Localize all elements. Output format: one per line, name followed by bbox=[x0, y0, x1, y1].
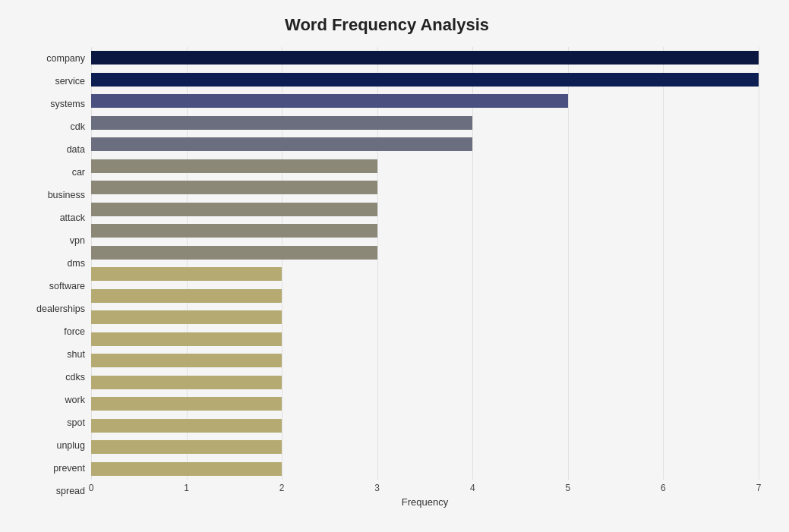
bar bbox=[91, 51, 759, 65]
y-label: systems bbox=[50, 99, 85, 109]
bar-row bbox=[91, 136, 759, 153]
bar-row bbox=[91, 417, 759, 434]
y-axis: companyservicesystemscdkdatacarbusinessa… bbox=[15, 47, 91, 502]
bar-row bbox=[91, 179, 759, 196]
bar-row bbox=[91, 395, 759, 412]
x-tick: 2 bbox=[279, 483, 285, 493]
bar-row bbox=[91, 71, 759, 88]
bar-row bbox=[91, 49, 759, 66]
chart-title: Word Frequency Analysis bbox=[15, 15, 759, 35]
y-label: cdk bbox=[71, 122, 85, 132]
y-label: force bbox=[64, 327, 85, 337]
bar bbox=[91, 289, 282, 303]
bar-row bbox=[91, 352, 759, 369]
bar-row bbox=[91, 115, 759, 131]
y-label: vpn bbox=[70, 236, 85, 246]
bar bbox=[91, 94, 568, 108]
x-tick: 4 bbox=[470, 483, 475, 493]
y-label: business bbox=[48, 190, 85, 200]
bar bbox=[91, 246, 377, 260]
bar-row bbox=[91, 309, 759, 326]
y-label: work bbox=[65, 395, 85, 405]
x-tick: 5 bbox=[566, 483, 571, 493]
x-tick: 3 bbox=[374, 483, 380, 493]
bar-row bbox=[91, 158, 759, 175]
bar bbox=[91, 376, 282, 389]
bar bbox=[91, 332, 282, 346]
bar bbox=[91, 181, 377, 194]
bar bbox=[91, 310, 282, 324]
bar bbox=[91, 73, 759, 87]
bar bbox=[91, 224, 377, 238]
bar bbox=[91, 267, 282, 281]
bar-row bbox=[91, 288, 759, 304]
bar bbox=[91, 159, 377, 173]
y-label: car bbox=[72, 168, 85, 178]
bar-row bbox=[91, 439, 759, 455]
x-tick: 1 bbox=[184, 483, 189, 493]
chart-container: Word Frequency Analysis companyservicesy… bbox=[0, 0, 789, 532]
bar-row bbox=[91, 93, 759, 109]
bar-row bbox=[91, 461, 759, 477]
x-tick: 6 bbox=[661, 483, 666, 493]
grid-line bbox=[759, 47, 759, 480]
bar bbox=[91, 116, 472, 130]
bar bbox=[91, 203, 377, 216]
y-label: dealerships bbox=[36, 304, 85, 314]
bar-row bbox=[91, 201, 759, 218]
y-label: prevent bbox=[53, 464, 85, 474]
bar-row bbox=[91, 331, 759, 348]
bar bbox=[91, 397, 282, 411]
y-label: data bbox=[67, 145, 85, 155]
y-label: attack bbox=[60, 213, 85, 223]
bars-area: 01234567 bbox=[91, 47, 759, 502]
bar bbox=[91, 354, 282, 367]
y-label: shut bbox=[67, 350, 85, 360]
x-tick: 0 bbox=[89, 483, 94, 493]
y-label: software bbox=[49, 282, 85, 291]
bar bbox=[91, 137, 472, 151]
y-label: company bbox=[46, 54, 85, 64]
bar-row bbox=[91, 244, 759, 261]
y-label: service bbox=[55, 77, 85, 87]
x-tick: 7 bbox=[756, 483, 762, 493]
bar bbox=[91, 419, 282, 433]
y-label: dms bbox=[67, 259, 85, 269]
y-label: spread bbox=[56, 486, 85, 496]
y-label: unplug bbox=[56, 441, 85, 451]
bar-row bbox=[91, 266, 759, 282]
bar-row bbox=[91, 374, 759, 391]
bar bbox=[91, 462, 282, 476]
y-label: cdks bbox=[65, 373, 85, 382]
bar bbox=[91, 440, 282, 454]
y-label: spot bbox=[67, 418, 85, 428]
bar-row bbox=[91, 222, 759, 239]
